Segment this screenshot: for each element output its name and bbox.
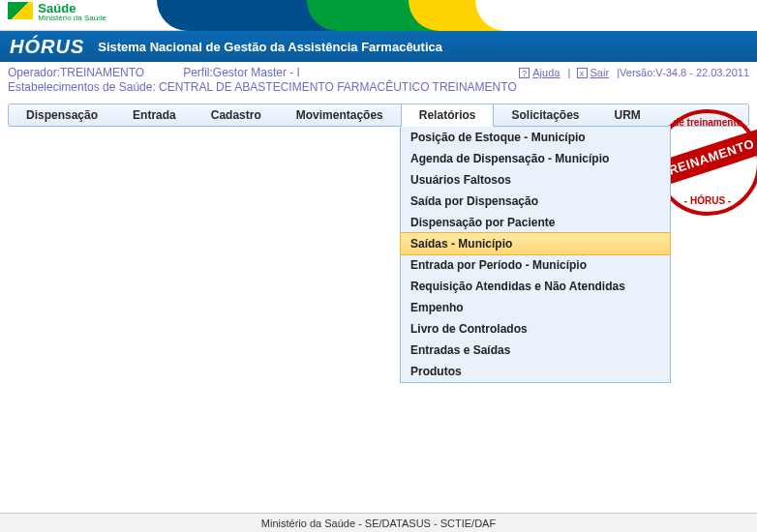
dropdown-item[interactable]: Requisição Atendidas e Não Atendidas — [401, 276, 670, 297]
dropdown-item[interactable]: Dispensação por Paciente — [401, 212, 670, 233]
gov-brand: Saúde Ministério da Saúde — [8, 2, 106, 22]
gov-line2: Ministério da Saúde — [38, 15, 106, 22]
estab-label: Estabelecimentos de Saúde: — [8, 80, 156, 94]
ajuda-link[interactable]: Ajuda — [532, 67, 560, 78]
help-icon: ? — [519, 68, 530, 78]
operador-label: Operador: — [8, 66, 60, 79]
estab-value: CENTRAL DE ABASTECIMENTO FARMACÊUTICO TR… — [159, 80, 517, 94]
dropdown-item[interactable]: Saída por Dispensação — [401, 191, 670, 212]
app-name: HÓRUS — [10, 36, 84, 58]
system-header: HÓRUS Sistema Nacional de Gestão da Assi… — [0, 31, 757, 62]
menu-item-movimentacoes[interactable]: Movimentações — [279, 104, 401, 126]
brazil-flag-icon — [8, 2, 33, 19]
dropdown-item[interactable]: Agenda de Dispensação - Município — [401, 148, 670, 169]
sair-link[interactable]: Sair — [590, 67, 610, 78]
dropdown-item[interactable]: Livro de Controlados — [401, 318, 670, 340]
menu-item-entrada[interactable]: Entrada — [115, 104, 194, 126]
app-subtitle: Sistema Nacional de Gestão da Assistênci… — [98, 40, 442, 54]
operador-value: TREINAMENTO — [60, 66, 144, 79]
menu-item-cadastro[interactable]: Cadastro — [194, 104, 279, 126]
menubar: DispensaçãoEntradaCadastroMovimentaçõesR… — [8, 103, 749, 127]
menu-item-solicitacoes[interactable]: Solicitações — [494, 104, 596, 126]
gov-brand-text: Saúde Ministério da Saúde — [38, 2, 106, 22]
dropdown-item[interactable]: Entradas e Saídas — [401, 340, 670, 361]
close-icon: x — [577, 68, 588, 78]
relatorios-dropdown: Posição de Estoque - MunicípioAgenda de … — [400, 126, 671, 383]
versao-label: |Versão:V-34.8 - 22.03.2011 — [617, 67, 749, 78]
info-bar: Operador:TREINAMENTO Perfil:Gestor Maste… — [0, 62, 757, 96]
info-left: Operador:TREINAMENTO Perfil:Gestor Maste… — [8, 66, 300, 79]
dropdown-item[interactable]: Saídas - Município — [400, 232, 671, 255]
menu-item-dispensacao[interactable]: Dispensação — [9, 104, 115, 126]
dropdown-item[interactable]: Produtos — [401, 361, 670, 382]
info-row2: Estabelecimentos de Saúde: CENTRAL DE AB… — [8, 80, 749, 94]
dropdown-item[interactable]: Empenho — [401, 297, 670, 318]
dropdown-item[interactable]: Usuários Faltosos — [401, 169, 670, 191]
footer: Ministério da Saúde - SE/DATASUS - SCTIE… — [0, 513, 757, 532]
perfil-value: Gestor Master - I — [213, 66, 300, 79]
perfil-label: Perfil: — [183, 66, 213, 79]
info-right: ?Ajuda | xSair |Versão:V-34.8 - 22.03.20… — [519, 67, 749, 78]
menu-item-relatorios[interactable]: Relatórios — [401, 103, 495, 127]
menu-item-urm[interactable]: URM — [597, 104, 658, 126]
gov-header: Saúde Ministério da Saúde — [0, 0, 757, 31]
dropdown-item[interactable]: Posição de Estoque - Município — [401, 127, 670, 148]
header-swoosh-decor — [157, 0, 757, 31]
dropdown-item[interactable]: Entrada por Período - Município — [401, 254, 670, 276]
content-area: DispensaçãoEntradaCadastroMovimentaçõesR… — [0, 96, 757, 127]
